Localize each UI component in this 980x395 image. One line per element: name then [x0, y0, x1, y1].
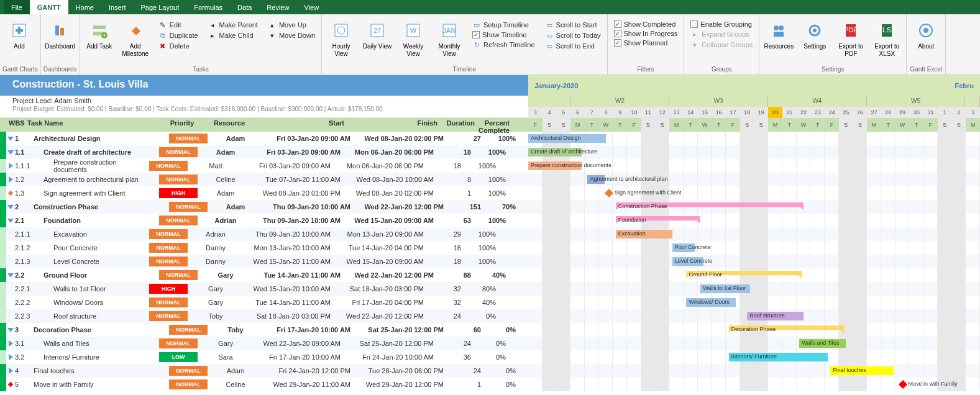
task-row[interactable]: 2.1.3Level ConcreteNORMALDannyWed 15-Jan…: [0, 255, 980, 268]
expand-icon[interactable]: [6, 135, 15, 142]
day-num: 5: [556, 107, 570, 118]
show-timeline-check[interactable]: Show Timeline: [472, 31, 535, 39]
show-planned-check[interactable]: Show Planned: [614, 39, 678, 47]
expand-icon[interactable]: [6, 368, 15, 374]
monthly-view-button[interactable]: JANMonthly View: [433, 18, 466, 60]
export-pdf-button[interactable]: PDFExport to PDF: [834, 18, 868, 60]
about-button[interactable]: About: [909, 18, 943, 53]
task-row[interactable]: 1Architectural DesignNORMALAdamFri 03-Ja…: [0, 132, 980, 145]
expand-icon[interactable]: [6, 272, 15, 278]
priority-badge: HIGH: [159, 188, 198, 198]
scroll-today-button[interactable]: ▭Scroll to Today: [545, 31, 601, 40]
export-xlsx-button[interactable]: XLSXExport to XLSX: [870, 18, 904, 60]
settings-button[interactable]: Settings: [798, 18, 831, 53]
task-row[interactable]: 2.1FoundationNORMALAdrianThu 09-Jan-20 1…: [0, 214, 980, 227]
task-row[interactable]: 3.1Walls and TilesNORMALGaryWed 22-Jan-2…: [0, 337, 980, 350]
day-letter: W: [895, 118, 910, 132]
svg-rect-5: [93, 25, 106, 29]
tab-page-layout[interactable]: Page Layout: [133, 0, 186, 14]
col-start[interactable]: Start: [255, 119, 348, 127]
setup-timeline-button[interactable]: ▭Setup Timeline: [472, 20, 535, 29]
tab-file[interactable]: File: [4, 0, 30, 14]
expand-icon[interactable]: [6, 163, 15, 169]
scroll-start-button[interactable]: ▭Scroll to Start: [545, 20, 601, 29]
day-letter: M: [966, 118, 980, 132]
task-row[interactable]: 1.3Sign agreement with ClientHIGHAdamWed…: [0, 186, 980, 200]
resources-button[interactable]: Resources: [762, 18, 795, 53]
dashboard-button[interactable]: Dashboard: [44, 18, 77, 53]
task-row[interactable]: 2.2.2Windows/ DoorsNORMALGaryTue 14-Jan-…: [0, 296, 980, 309]
day-num: 3: [528, 107, 543, 118]
col-wbs[interactable]: WBS: [0, 119, 27, 127]
task-name: Walls and Tiles: [34, 340, 157, 347]
tab-formulas[interactable]: Formulas: [186, 0, 230, 14]
make-child-button[interactable]: ▸Make Child: [208, 31, 258, 40]
expand-icon[interactable]: [6, 327, 15, 333]
tab-view[interactable]: View: [296, 0, 326, 14]
task-row[interactable]: 2.2Ground FloorNORMALGaryTue 14-Jan-20 1…: [0, 268, 980, 282]
scroll-end-button[interactable]: ▭Scroll to End: [545, 42, 601, 50]
add-milestone-button[interactable]: Add Milestone: [119, 18, 152, 60]
expand-icon[interactable]: [6, 381, 15, 388]
make-parent-button[interactable]: ◂Make Parent: [208, 20, 258, 29]
expand-icon[interactable]: [6, 354, 15, 360]
daily-view-button[interactable]: 27Daily View: [360, 18, 394, 53]
add-button[interactable]: Add: [2, 18, 36, 53]
task-row[interactable]: 1.1.1Prepare construction documentsNORMA…: [0, 159, 980, 173]
day-letter: F: [726, 118, 740, 132]
expand-icon[interactable]: [6, 217, 15, 224]
tab-home[interactable]: Home: [68, 0, 101, 14]
col-resource[interactable]: Resource: [204, 119, 255, 127]
delete-button[interactable]: ✖Delete: [158, 42, 198, 50]
task-row[interactable]: 1.1Create draft of architectureNORMALAda…: [0, 145, 980, 159]
enable-grouping-check[interactable]: Enable Grouping: [690, 20, 753, 28]
task-row[interactable]: 4Final touchesNORMALAdamFri 24-Jan-20 12…: [0, 364, 980, 378]
day-num: 8: [599, 107, 613, 118]
svg-text:W: W: [410, 27, 417, 34]
priority-badge: NORMAL: [169, 325, 208, 335]
col-finish[interactable]: Finish: [348, 119, 441, 127]
hourly-view-button[interactable]: Hourly View: [324, 18, 358, 60]
task-name: Final touches: [34, 367, 167, 375]
day-letter: W: [797, 118, 811, 132]
svg-marker-29: [7, 137, 14, 141]
task-row[interactable]: 5Move in with FamilyNORMALCelineWed 29-J…: [0, 378, 980, 391]
duplicate-button[interactable]: ⧉Duplicate: [158, 31, 198, 40]
col-priority[interactable]: Priority: [160, 119, 204, 127]
gantt-bar-label: Architectural Design: [531, 135, 581, 141]
task-row[interactable]: 2Construction PhaseNORMALAdamThu 09-Jan-…: [0, 200, 980, 214]
tab-data[interactable]: Data: [230, 0, 259, 14]
weekly-view-button[interactable]: WWeekly View: [396, 18, 430, 60]
tab-insert[interactable]: Insert: [101, 0, 134, 14]
tab-review[interactable]: Review: [259, 0, 296, 14]
day-num: 29: [895, 107, 910, 118]
task-name: Move in with Family: [34, 381, 167, 388]
move-up-button[interactable]: ▴Move Up: [268, 20, 315, 29]
expand-icon[interactable]: [6, 340, 15, 347]
expand-icon[interactable]: [6, 176, 15, 183]
col-name[interactable]: Task Name: [27, 119, 160, 127]
day-letter: T: [782, 118, 797, 132]
gantt-bar-label: Walls and Tiles: [802, 340, 839, 346]
refresh-timeline-button[interactable]: ↻Refresh Timeline: [472, 40, 535, 49]
expand-icon[interactable]: [6, 190, 15, 196]
show-completed-check[interactable]: Show Completed: [614, 20, 678, 28]
tab-gantt[interactable]: GANTT: [30, 0, 68, 14]
task-row[interactable]: 2.2.3Roof structureNORMALTobySat 18-Jan-…: [0, 309, 980, 323]
task-row[interactable]: 3.2Interiors/ FurnitureLOWSaraFri 17-Jan…: [0, 350, 980, 364]
expand-icon[interactable]: [6, 204, 15, 210]
edit-button[interactable]: ✎Edit: [158, 20, 198, 29]
day-letter: W: [599, 118, 613, 132]
gantt-bar-label: Ground Floor: [689, 271, 721, 278]
svg-rect-4: [60, 28, 64, 35]
task-row[interactable]: 2.1.1ExcavationNORMALAdrianThu 09-Jan-20…: [0, 227, 980, 241]
task-row[interactable]: 2.1.2Pour ConcreteNORMALDannyMon 13-Jan-…: [0, 241, 980, 255]
expand-icon[interactable]: [6, 149, 15, 155]
add-task-button[interactable]: +Add Task: [83, 18, 116, 53]
task-row[interactable]: 1.2Agreement to architectural planNORMAL…: [0, 173, 980, 186]
col-duration[interactable]: Duration: [441, 119, 479, 127]
task-row[interactable]: 3Decoration PhaseNORMALTobyFri 17-Jan-20…: [0, 323, 980, 337]
task-row[interactable]: 2.2.1Walls to 1st FloorHIGHGaryWed 15-Ja…: [0, 282, 980, 296]
show-progress-check[interactable]: Show In Progress: [614, 30, 678, 37]
move-down-button[interactable]: ▾Move Down: [268, 31, 315, 40]
